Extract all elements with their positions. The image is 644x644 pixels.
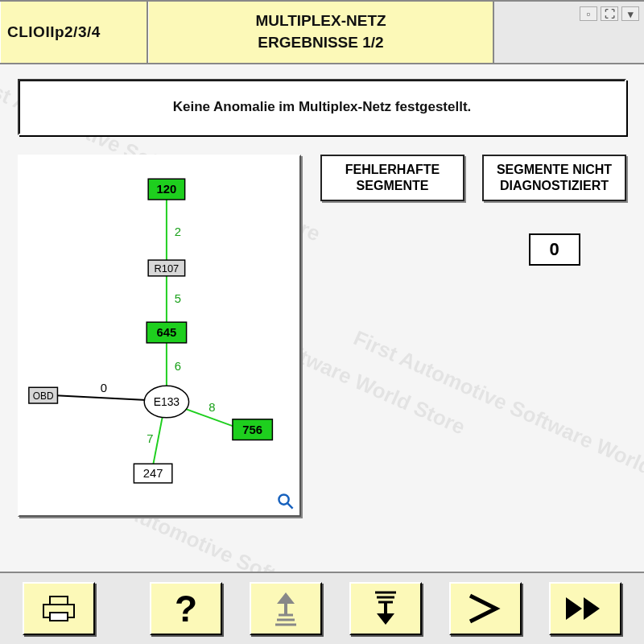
svg-text:R107: R107 bbox=[155, 262, 180, 275]
help-button[interactable]: ? bbox=[150, 582, 222, 635]
down-tree-button[interactable] bbox=[349, 582, 422, 635]
fast-forward-button[interactable] bbox=[549, 582, 621, 635]
magnifier-icon[interactable] bbox=[277, 493, 295, 510]
svg-text:756: 756 bbox=[242, 423, 262, 436]
up-tree-button[interactable] bbox=[250, 582, 322, 635]
print-button[interactable] bbox=[23, 582, 95, 635]
svg-rect-29 bbox=[50, 597, 68, 605]
svg-text:OBD: OBD bbox=[33, 390, 54, 402]
minimize-icon[interactable]: ▫ bbox=[580, 6, 597, 21]
svg-point-26 bbox=[279, 494, 288, 504]
svg-text:645: 645 bbox=[157, 326, 177, 339]
dropdown-icon[interactable]: ▾ bbox=[621, 6, 639, 21]
svg-text:7: 7 bbox=[147, 432, 153, 445]
page-title: MULTIPLEX-NETZ ERGEBNISSE 1/2 bbox=[148, 2, 494, 63]
svg-text:E133: E133 bbox=[154, 395, 180, 408]
network-diagram: 2 5 6 0 8 7 120 R107 645 OBD E133 756 bbox=[18, 155, 301, 517]
svg-marker-41 bbox=[566, 597, 582, 620]
svg-text:8: 8 bbox=[208, 401, 215, 414]
svg-line-5 bbox=[153, 416, 163, 465]
svg-marker-42 bbox=[584, 597, 600, 620]
svg-rect-30 bbox=[50, 613, 68, 621]
title-line1: MULTIPLEX-NETZ bbox=[255, 10, 386, 32]
svg-text:0: 0 bbox=[101, 382, 107, 394]
svg-text:6: 6 bbox=[175, 360, 181, 373]
title-line2: ERGEBNISSE 1/2 bbox=[258, 32, 383, 54]
svg-marker-31 bbox=[277, 592, 295, 604]
bottom-toolbar: ? bbox=[0, 572, 644, 644]
vehicle-model: CLIOIIp2/3/4 bbox=[0, 2, 148, 63]
next-button[interactable] bbox=[449, 582, 522, 635]
svg-line-27 bbox=[287, 503, 292, 508]
svg-text:5: 5 bbox=[175, 292, 181, 305]
header-bar: CLIOIIp2/3/4 MULTIPLEX-NETZ ERGEBNISSE 1… bbox=[0, 0, 644, 64]
svg-text:247: 247 bbox=[143, 467, 163, 480]
svg-line-3 bbox=[56, 395, 147, 400]
maximize-icon[interactable]: ⛶ bbox=[601, 6, 618, 21]
status-message: Keine Anomalie im Multiplex-Netz festges… bbox=[18, 79, 626, 135]
svg-text:2: 2 bbox=[175, 225, 181, 238]
svg-text:120: 120 bbox=[157, 183, 177, 196]
svg-marker-40 bbox=[377, 613, 394, 625]
not-diagnosed-count: 0 bbox=[529, 233, 580, 266]
faulty-segments-header[interactable]: FEHLERHAFTE SEGMENTE bbox=[320, 155, 464, 201]
not-diagnosed-header[interactable]: SEGMENTE NICHT DIAGNOSTIZIERT bbox=[482, 155, 626, 201]
